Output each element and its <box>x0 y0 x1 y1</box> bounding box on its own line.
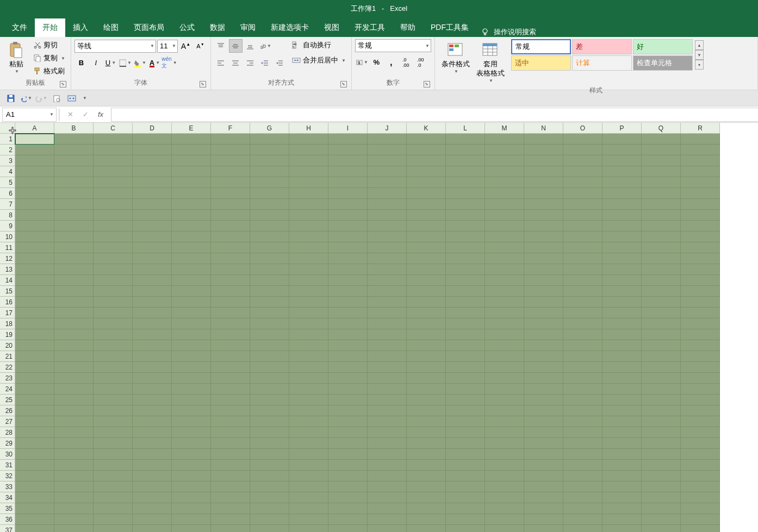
cell[interactable] <box>681 177 720 188</box>
cell[interactable] <box>524 177 563 188</box>
cell[interactable] <box>681 460 720 471</box>
cell[interactable] <box>524 210 563 221</box>
cell[interactable] <box>368 177 407 188</box>
cell[interactable] <box>289 231 328 242</box>
cell[interactable] <box>250 199 289 210</box>
cell[interactable] <box>407 308 446 318</box>
cell[interactable] <box>485 231 524 242</box>
cell[interactable] <box>328 253 368 264</box>
cell[interactable] <box>54 297 94 308</box>
cell[interactable] <box>289 362 328 373</box>
cell[interactable] <box>250 210 289 221</box>
cell[interactable] <box>328 166 368 177</box>
cell[interactable] <box>368 253 407 264</box>
cell[interactable] <box>563 177 602 188</box>
cell[interactable] <box>289 351 328 362</box>
cell[interactable] <box>368 481 407 492</box>
cell[interactable] <box>642 221 681 231</box>
cell[interactable] <box>446 362 485 373</box>
cell[interactable] <box>172 503 211 514</box>
cell[interactable] <box>485 427 524 438</box>
cell[interactable] <box>328 449 368 460</box>
cell[interactable] <box>446 481 485 492</box>
cell[interactable] <box>133 221 172 231</box>
cell[interactable] <box>94 221 133 231</box>
cell[interactable] <box>94 166 133 177</box>
cell[interactable] <box>368 427 407 438</box>
cell[interactable] <box>172 525 211 532</box>
cell[interactable] <box>211 210 250 221</box>
cell[interactable] <box>133 329 172 340</box>
cell[interactable] <box>289 134 328 145</box>
cell[interactable] <box>211 471 250 481</box>
cell[interactable] <box>172 221 211 231</box>
cell[interactable] <box>211 199 250 210</box>
cell[interactable] <box>15 471 54 481</box>
cell[interactable] <box>681 210 720 221</box>
decrease-decimal-button[interactable]: .00.0 <box>414 55 427 69</box>
column-header[interactable]: Q <box>642 123 681 134</box>
cell[interactable] <box>407 177 446 188</box>
cell[interactable] <box>524 395 563 405</box>
column-header[interactable]: D <box>133 123 172 134</box>
cell[interactable] <box>446 155 485 166</box>
cell[interactable] <box>15 134 54 145</box>
fill-color-button[interactable]: ▼ <box>133 56 147 70</box>
cell[interactable] <box>602 438 642 449</box>
column-header[interactable]: E <box>172 123 211 134</box>
cell[interactable] <box>133 373 172 384</box>
tab-pdf[interactable]: PDF工具集 <box>423 18 476 37</box>
cell[interactable] <box>211 362 250 373</box>
cell[interactable] <box>446 308 485 318</box>
tab-page-layout[interactable]: 页面布局 <box>126 18 172 37</box>
cell[interactable] <box>133 340 172 351</box>
cell[interactable] <box>524 308 563 318</box>
cell[interactable] <box>563 481 602 492</box>
cell[interactable] <box>250 438 289 449</box>
cell[interactable] <box>446 449 485 460</box>
cell[interactable] <box>54 177 94 188</box>
cell[interactable] <box>54 481 94 492</box>
cell[interactable] <box>407 438 446 449</box>
cell[interactable] <box>642 427 681 438</box>
align-left-button[interactable] <box>214 56 228 70</box>
cell[interactable] <box>407 253 446 264</box>
alignment-launcher[interactable]: ⬊ <box>340 81 347 87</box>
cell[interactable] <box>289 275 328 286</box>
cell[interactable] <box>94 416 133 427</box>
cell[interactable] <box>250 427 289 438</box>
cell[interactable] <box>172 427 211 438</box>
cell[interactable] <box>94 231 133 242</box>
cell[interactable] <box>563 427 602 438</box>
cell[interactable] <box>485 275 524 286</box>
cell[interactable] <box>368 492 407 503</box>
cell[interactable] <box>133 427 172 438</box>
cell[interactable] <box>94 449 133 460</box>
cell[interactable] <box>642 253 681 264</box>
row-header[interactable]: 28 <box>0 427 15 438</box>
cell[interactable] <box>15 514 54 525</box>
cell[interactable] <box>602 166 642 177</box>
cell[interactable] <box>133 362 172 373</box>
cell[interactable] <box>446 242 485 253</box>
cell[interactable] <box>54 318 94 329</box>
cell[interactable] <box>54 460 94 471</box>
align-middle-button[interactable] <box>229 39 243 53</box>
row-header[interactable]: 5 <box>0 177 15 188</box>
font-name-combo[interactable]: 等线▼ <box>74 40 156 53</box>
cell[interactable] <box>524 514 563 525</box>
cell[interactable] <box>485 492 524 503</box>
cell[interactable] <box>524 221 563 231</box>
cell[interactable] <box>563 166 602 177</box>
cell[interactable] <box>328 308 368 318</box>
cell[interactable] <box>133 155 172 166</box>
cell[interactable] <box>563 384 602 395</box>
cell[interactable] <box>133 134 172 145</box>
cell[interactable] <box>563 416 602 427</box>
cell[interactable] <box>485 340 524 351</box>
cell[interactable] <box>407 231 446 242</box>
cell[interactable] <box>289 145 328 155</box>
cell[interactable] <box>563 503 602 514</box>
cell[interactable] <box>94 253 133 264</box>
cell[interactable] <box>133 449 172 460</box>
